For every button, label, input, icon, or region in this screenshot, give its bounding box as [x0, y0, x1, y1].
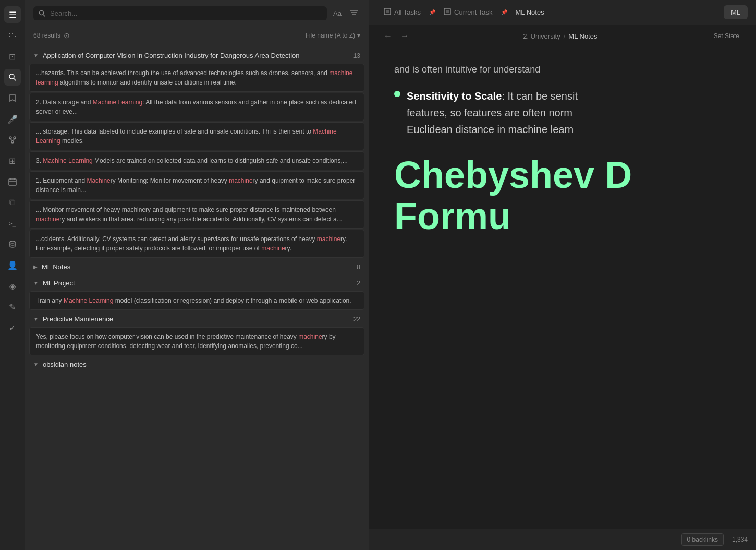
sidebar-item-tag[interactable]: ◈ [4, 278, 21, 294]
sidebar-item-edit[interactable]: ✎ [4, 298, 21, 315]
sidebar-item-file[interactable]: ⊡ [4, 48, 21, 65]
results-count: 68 results [33, 32, 60, 39]
sidebar-item-calendar[interactable] [4, 173, 21, 190]
sidebar-item-menu[interactable]: ☰ [4, 6, 21, 23]
bullet-dot [394, 91, 400, 97]
group-count-1: 13 [353, 52, 360, 59]
search-header: Aa [25, 0, 369, 27]
sidebar-item-git[interactable] [4, 131, 21, 148]
nav-back-button[interactable]: ← [382, 29, 394, 43]
doc-content: and is often intuitive for understand Se… [369, 47, 756, 529]
result-item-6[interactable]: ... Monitor movement of heavy machinery … [29, 200, 364, 229]
current-task-label: Current Task [454, 8, 492, 16]
svg-line-13 [43, 14, 45, 16]
group-header-3[interactable]: ▼ ML Project 2 [29, 276, 364, 290]
collapse-icon-4: ▼ [33, 316, 39, 322]
search-panel: Aa 68 results ⊙ File name (A to Z) ▾ [25, 0, 369, 550]
result-group-2: ▶ ML Notes 8 [29, 260, 364, 274]
sidebar-item-search[interactable] [4, 69, 21, 86]
group-title-5: obsidian notes [43, 361, 87, 368]
group-title-4: Predicitve Maintenence [43, 315, 113, 323]
ml-notes-label: ML Notes [516, 8, 544, 16]
sidebar-item-bookmark[interactable] [4, 90, 21, 106]
result-item-1[interactable]: ...hazards. This can be achieved through… [29, 64, 364, 92]
sidebar-item-grid[interactable]: ⊞ [4, 152, 21, 169]
result-item-8[interactable]: Train any Machine Learning model (classi… [29, 291, 364, 310]
highlight: Machine Learning [36, 128, 337, 145]
match-case-button[interactable]: Aa [331, 8, 344, 18]
group-title-1: Application of Computer Vision in Constr… [43, 52, 300, 59]
sort-chevron-icon: ▾ [357, 32, 360, 39]
big-heading-2: Formu [394, 196, 731, 237]
search-input-wrapper[interactable] [33, 6, 327, 20]
nav-forward-button[interactable]: → [398, 29, 411, 43]
result-item-5[interactable]: 1. Equipment and Machinery Monitoring: M… [29, 171, 364, 199]
highlight: machine [36, 216, 59, 223]
svg-point-2 [9, 137, 11, 139]
bullet-title: Sensitivity to Scale [407, 90, 502, 102]
svg-rect-17 [384, 8, 391, 15]
sidebar-item-terminal[interactable]: >_ [4, 215, 21, 232]
collapse-icon-1: ▼ [33, 53, 39, 58]
result-item-2[interactable]: 2. Data storage and Machine Learning: Al… [29, 93, 364, 121]
sidebar-item-folder[interactable]: 🗁 [4, 27, 21, 44]
group-count-4: 22 [353, 316, 360, 323]
svg-point-11 [10, 241, 15, 243]
expand-icon-5: ▼ [33, 362, 39, 367]
sidebar-item-copy[interactable]: ⧉ [4, 194, 21, 211]
svg-rect-20 [444, 8, 450, 15]
highlight: Machine [87, 177, 110, 184]
bottom-bar: 0 backlinks 1,334 [369, 529, 756, 550]
result-group-3: ▼ ML Project 2 Train any Machine Learnin… [29, 276, 364, 310]
sidebar-item-check[interactable]: ✓ [4, 319, 21, 336]
group-count-3: 2 [357, 280, 360, 287]
highlight: machine [317, 235, 340, 243]
tab-all-tasks[interactable]: All Tasks [377, 5, 427, 20]
breadcrumb-parent[interactable]: 2. University [523, 32, 560, 40]
group-header-2[interactable]: ▶ ML Notes 8 [29, 260, 364, 274]
highlight: Machine Learning [43, 157, 92, 164]
group-header-4[interactable]: ▼ Predicitve Maintenence 22 [29, 312, 364, 326]
search-options: Aa [331, 8, 360, 18]
group-header-5[interactable]: ▼ obsidian notes [29, 357, 364, 372]
word-count: 1,334 [732, 536, 748, 543]
highlight: machine [298, 333, 322, 340]
big-heading-1: Chebyshev D [394, 154, 731, 196]
search-icon [39, 10, 46, 17]
results-list: ▼ Application of Computer Vision in Cons… [25, 44, 369, 550]
result-item-7[interactable]: ...ccidents. Additionally, CV systems ca… [29, 230, 364, 258]
group-title-3: ML Project [43, 279, 75, 287]
sort-label: File name (A to Z) [306, 32, 355, 39]
highlight: machine [261, 245, 285, 252]
set-state-button[interactable]: Set State [710, 30, 743, 42]
tab-ml-notes[interactable]: ML Notes [509, 5, 551, 19]
highlight: Machine Learning [93, 99, 142, 106]
main-content: All Tasks 📌 Current Task 📌 ML Notes ML ←… [369, 0, 756, 550]
breadcrumb-separator: / [564, 32, 566, 40]
svg-line-6 [13, 139, 15, 141]
group-items-1: ...hazards. This can be achieved through… [29, 64, 364, 258]
backlinks-button[interactable]: 0 backlinks [681, 533, 724, 546]
sidebar-item-mic[interactable]: 🎤 [4, 111, 21, 127]
result-item-9[interactable]: Yes, please focus on how computer vision… [29, 327, 364, 355]
breadcrumb-current: ML Notes [568, 32, 597, 40]
search-meta: 68 results ⊙ File name (A to Z) ▾ [25, 27, 369, 44]
all-tasks-icon [384, 8, 391, 17]
result-item-4[interactable]: 3. Machine Learning Models are trained o… [29, 151, 364, 170]
highlight: Machine Learning [64, 297, 113, 304]
result-item-3[interactable]: ... storaage. This data labeled to inclu… [29, 122, 364, 150]
doc-intro-text: and is often intuitive for understand [394, 64, 731, 75]
svg-point-3 [14, 137, 16, 139]
sidebar-item-database[interactable] [4, 236, 21, 253]
tab-current-task[interactable]: Current Task [437, 5, 498, 20]
filter-button[interactable] [348, 8, 360, 18]
sidebar-item-people[interactable]: 👤 [4, 257, 21, 273]
result-group-1: ▼ Application of Computer Vision in Cons… [29, 49, 364, 258]
tab-ml-shortcut[interactable]: ML [724, 5, 748, 19]
search-input[interactable] [50, 9, 322, 17]
group-header-1[interactable]: ▼ Application of Computer Vision in Cons… [29, 49, 364, 63]
result-group-5: ▼ obsidian notes [29, 357, 364, 372]
sidebar: ☰ 🗁 ⊡ 🎤 ⊞ ⧉ >_ [0, 0, 25, 550]
expand-icon-2: ▶ [33, 264, 38, 270]
bullet-sensitivity: Sensitivity to Scale: It can be sensit f… [394, 88, 731, 138]
